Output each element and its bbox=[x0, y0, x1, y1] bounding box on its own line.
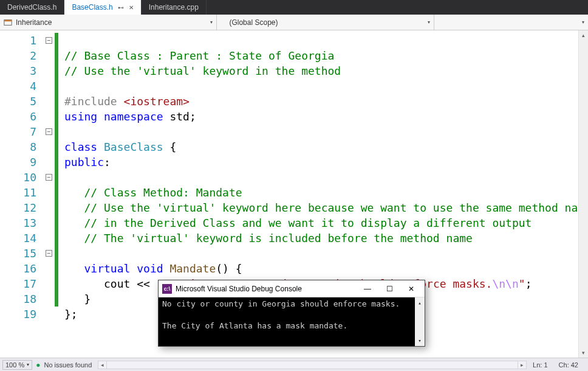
close-button[interactable]: ✕ bbox=[400, 285, 422, 293]
chevron-down-icon: ▾ bbox=[210, 19, 213, 25]
gutter: 12345678910111213141516171819 − − − − bbox=[0, 30, 55, 358]
tab-baseclass[interactable]: BaseClass.h ⊷ ✕ bbox=[64, 0, 141, 15]
console-output[interactable]: No city or county in Georgia should enfo… bbox=[159, 297, 425, 346]
minimize-button[interactable]: — bbox=[357, 285, 378, 293]
tab-label: DerivedClass.h bbox=[7, 3, 56, 12]
console-vertical-scrollbar[interactable]: ▴▾ bbox=[415, 297, 425, 346]
fold-toggle[interactable]: − bbox=[46, 128, 52, 135]
line-indicator[interactable]: Ln: 1 bbox=[533, 361, 547, 369]
scroll-up-icon[interactable]: ▴ bbox=[579, 30, 588, 40]
tab-derivedclass[interactable]: DerivedClass.h bbox=[0, 0, 64, 15]
fold-toggle[interactable]: − bbox=[46, 37, 52, 44]
fold-toggle[interactable]: − bbox=[46, 174, 52, 181]
console-titlebar[interactable]: c:\ Microsoft Visual Studio Debug Consol… bbox=[159, 280, 425, 297]
member-dropdown[interactable]: ▾ bbox=[434, 15, 588, 30]
fold-column: − − − − bbox=[43, 33, 55, 261]
chevron-down-icon: ▾ bbox=[428, 19, 430, 25]
project-name: Inheritance bbox=[16, 18, 52, 27]
console-app-icon: c:\ bbox=[162, 284, 172, 294]
tab-label: Inheritance.cpp bbox=[149, 3, 199, 12]
tab-label: BaseClass.h bbox=[72, 3, 112, 12]
vertical-scrollbar[interactable]: ▴ ▾ bbox=[578, 30, 588, 358]
tab-inheritancecpp[interactable]: Inheritance.cpp bbox=[142, 0, 207, 15]
project-icon bbox=[4, 18, 12, 27]
horizontal-scrollbar[interactable]: ◂ ▸ bbox=[98, 361, 527, 369]
close-icon[interactable]: ✕ bbox=[129, 4, 134, 11]
zoom-value: 100 % bbox=[5, 361, 24, 369]
scroll-left-icon[interactable]: ◂ bbox=[98, 361, 107, 369]
scroll-right-icon[interactable]: ▸ bbox=[518, 361, 526, 369]
issues-status[interactable]: No issues found bbox=[44, 361, 92, 369]
char-indicator[interactable]: Ch: 42 bbox=[559, 361, 578, 369]
scope-name: (Global Scope) bbox=[229, 18, 278, 27]
pin-icon[interactable]: ⊷ bbox=[118, 4, 124, 11]
fold-toggle[interactable]: − bbox=[46, 250, 52, 257]
scope-dropdown[interactable]: (Global Scope) ▾ bbox=[217, 15, 434, 30]
maximize-button[interactable]: ☐ bbox=[378, 285, 400, 293]
chevron-down-icon: ▾ bbox=[27, 362, 29, 367]
scroll-down-icon[interactable]: ▾ bbox=[579, 348, 588, 358]
check-icon: ● bbox=[36, 361, 40, 369]
change-marker bbox=[55, 33, 58, 307]
status-bar: 100 %▾ ● No issues found ◂ ▸ Ln: 1 Ch: 4… bbox=[0, 358, 588, 371]
navigation-bar: Inheritance ▾ (Global Scope) ▾ ▾ bbox=[0, 15, 588, 30]
console-title: Microsoft Visual Studio Debug Console bbox=[176, 285, 357, 293]
debug-console-window[interactable]: c:\ Microsoft Visual Studio Debug Consol… bbox=[158, 280, 425, 347]
zoom-dropdown[interactable]: 100 %▾ bbox=[2, 360, 32, 370]
chevron-down-icon: ▾ bbox=[582, 19, 584, 25]
project-dropdown[interactable]: Inheritance ▾ bbox=[0, 15, 217, 30]
svg-rect-1 bbox=[4, 19, 12, 21]
document-tab-bar: DerivedClass.h BaseClass.h ⊷ ✕ Inheritan… bbox=[0, 0, 588, 15]
